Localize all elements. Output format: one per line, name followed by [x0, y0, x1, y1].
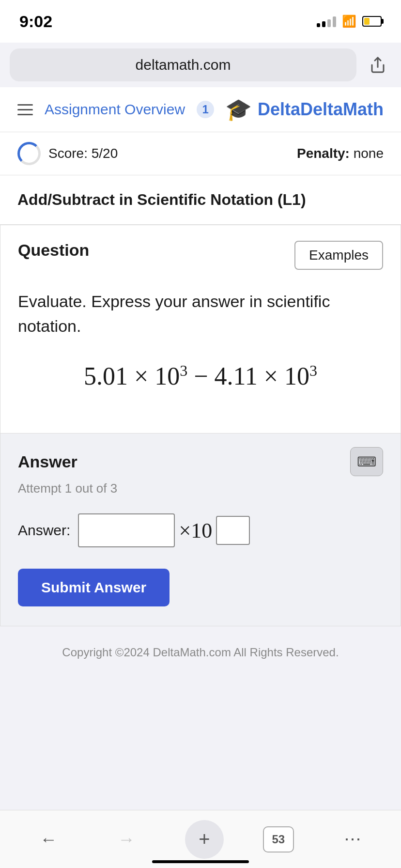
- answer-input-row: Answer: ×10: [18, 513, 383, 547]
- share-button[interactable]: [364, 51, 391, 78]
- url-text: deltamath.com: [136, 57, 231, 73]
- attempt-text: Attempt 1 out of 3: [18, 481, 383, 496]
- tabs-button[interactable]: 53: [263, 826, 294, 852]
- score-bar: Score: 5/20 Penalty: none: [0, 132, 401, 175]
- answer-input-wrapper: ×10: [78, 513, 250, 547]
- question-body: Evaluate. Express your answer in scienti…: [0, 281, 401, 433]
- question-header: Question Examples: [0, 225, 401, 281]
- signal-bars-icon: [317, 16, 336, 27]
- forward-button[interactable]: →: [107, 820, 146, 859]
- penalty-container: Penalty: none: [297, 146, 384, 161]
- more-options-button[interactable]: ⋯: [333, 820, 372, 859]
- browser-bar: deltamath.com: [0, 43, 401, 87]
- score-circle-icon: [17, 142, 41, 165]
- question-label: Question: [18, 241, 89, 260]
- exponent-input[interactable]: [216, 516, 250, 545]
- nav-assignment-title[interactable]: Assignment Overview: [45, 101, 185, 118]
- status-icons: 📶: [317, 15, 382, 28]
- footer-copyright: Copyright ©2024 DeltaMath.com All Rights…: [62, 646, 339, 659]
- answer-label: Answer: [18, 452, 77, 471]
- answer-section: Answer ⌨ Attempt 1 out of 3 Answer: ×10 …: [0, 433, 401, 626]
- back-button[interactable]: ←: [29, 820, 68, 859]
- logo: 🎓 DeltaDeltaMath: [225, 97, 384, 122]
- hamburger-menu[interactable]: [17, 104, 33, 115]
- status-time: 9:02: [19, 12, 52, 31]
- keyboard-button[interactable]: ⌨: [350, 447, 383, 476]
- examples-button[interactable]: Examples: [294, 241, 383, 270]
- url-bar[interactable]: deltamath.com: [10, 48, 356, 81]
- score-left: Score: 5/20: [17, 142, 118, 165]
- footer: Copyright ©2024 DeltaMath.com All Rights…: [0, 626, 401, 669]
- question-card: Question Examples Evaluate. Express your…: [0, 225, 401, 626]
- nav-left: Assignment Overview 1: [17, 101, 214, 118]
- problem-title-text: Add/Subtract in Scientific Notation (L1): [17, 191, 306, 208]
- wifi-icon: 📶: [342, 15, 356, 28]
- times-10-symbol: ×10: [179, 518, 212, 543]
- score-text: Score: 5/20: [48, 146, 118, 161]
- answer-header: Answer ⌨: [18, 447, 383, 476]
- bottom-bar: ← → + 53 ⋯: [0, 810, 401, 868]
- nav-badge: 1: [197, 101, 214, 118]
- status-bar: 9:02 📶: [0, 0, 401, 43]
- logo-text: DeltaDeltaMath: [258, 99, 384, 120]
- math-expression: 5.01 × 103 − 4.11 × 103: [18, 362, 383, 390]
- penalty-text: Penalty: none: [297, 146, 384, 161]
- coefficient-input[interactable]: [78, 513, 175, 547]
- submit-answer-button[interactable]: Submit Answer: [18, 569, 170, 606]
- home-indicator: [152, 860, 249, 863]
- keyboard-icon: ⌨: [357, 454, 376, 470]
- answer-input-label-text: Answer:: [18, 522, 70, 539]
- nav-bar: Assignment Overview 1 🎓 DeltaDeltaMath: [0, 87, 401, 132]
- question-prompt: Evaluate. Express your answer in scienti…: [18, 289, 383, 339]
- battery-icon: [362, 16, 382, 27]
- grad-cap-icon: 🎓: [225, 97, 252, 122]
- problem-title-section: Add/Subtract in Scientific Notation (L1): [0, 175, 401, 225]
- new-tab-button[interactable]: +: [185, 820, 224, 859]
